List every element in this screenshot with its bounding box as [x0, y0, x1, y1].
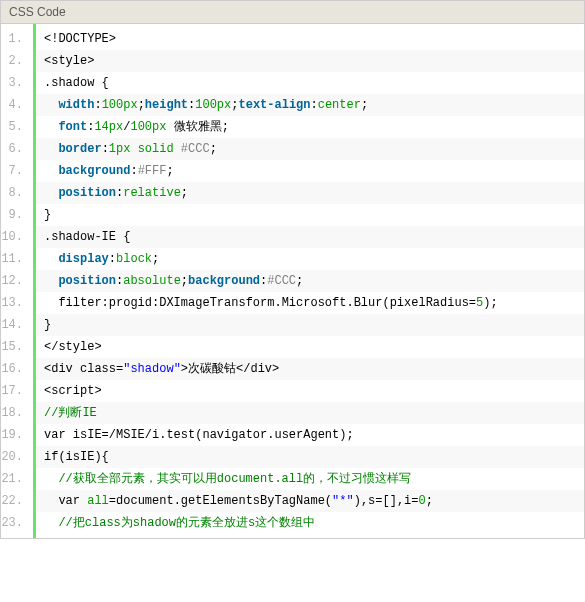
token-value: center [318, 98, 361, 112]
line-number: 7. [1, 160, 29, 182]
token-value: 100px [195, 98, 231, 112]
code-line: } [36, 314, 584, 336]
code-block: CSS Code 1.2.3.4.5.6.7.8.9.10.11.12.13.1… [0, 0, 585, 539]
token-plain: var isIE=/MSIE/i.test(navigator.userAgen… [44, 428, 354, 442]
line-number: 8. [1, 182, 29, 204]
token-plain [174, 142, 181, 156]
token-plain [44, 120, 58, 134]
token-plain: : [102, 142, 109, 156]
token-plain: ; [152, 252, 159, 266]
code-line: //获取全部元素，其实可以用document.all的，不过习惯这样写 [36, 468, 584, 490]
token-plain [44, 164, 58, 178]
token-plain: >次碳酸钴</div> [181, 362, 279, 376]
token-value: 0 [419, 494, 426, 508]
line-number: 19. [1, 424, 29, 446]
token-color1: #CCC [181, 142, 210, 156]
code-line: //判断IE [36, 402, 584, 424]
token-value: 100px [102, 98, 138, 112]
token-plain: 微软雅黑; [166, 120, 228, 134]
token-plain: : [311, 98, 318, 112]
token-string: "shadow" [123, 362, 181, 376]
line-number: 18. [1, 402, 29, 424]
token-value: relative [123, 186, 181, 200]
line-number: 4. [1, 94, 29, 116]
token-plain: <!DOCTYPE> [44, 32, 116, 46]
code-line: var all=document.getElementsByTagName("*… [36, 490, 584, 512]
token-plain: : [109, 252, 116, 266]
line-number: 10. [1, 226, 29, 248]
token-plain: ; [426, 494, 433, 508]
token-plain: ),s=[],i= [354, 494, 419, 508]
token-keyword: font [58, 120, 87, 134]
line-number: 14. [1, 314, 29, 336]
code-line: <!DOCTYPE> [36, 28, 584, 50]
token-plain [44, 98, 58, 112]
token-string: "*" [332, 494, 354, 508]
line-number: 20. [1, 446, 29, 468]
line-number: 15. [1, 336, 29, 358]
code-line: .shadow-IE { [36, 226, 584, 248]
token-plain: ; [361, 98, 368, 112]
token-plain: ; [138, 98, 145, 112]
token-keyword: background [58, 164, 130, 178]
token-keyword: border [58, 142, 101, 156]
line-number: 21. [1, 468, 29, 490]
token-plain: if(isIE){ [44, 450, 109, 464]
code-line: if(isIE){ [36, 446, 584, 468]
code-line: <div class="shadow">次碳酸钴</div> [36, 358, 584, 380]
line-number: 3. [1, 72, 29, 94]
code-header: CSS Code [1, 1, 584, 24]
code-line: display:block; [36, 248, 584, 270]
code-line: filter:progid:DXImageTransform.Microsoft… [36, 292, 584, 314]
code-line: font:14px/100px 微软雅黑; [36, 116, 584, 138]
line-number: 17. [1, 380, 29, 402]
token-value: absolute [123, 274, 181, 288]
token-plain: : [130, 164, 137, 178]
token-plain: filter:progid:DXImageTransform.Microsoft… [44, 296, 476, 310]
token-color1: #CCC [267, 274, 296, 288]
code-line: </style> [36, 336, 584, 358]
token-plain: ; [166, 164, 173, 178]
code-line: <script> [36, 380, 584, 402]
line-number: 1. [1, 28, 29, 50]
token-plain [44, 252, 58, 266]
token-value: block [116, 252, 152, 266]
token-plain: <script> [44, 384, 102, 398]
token-keyword: position [58, 274, 116, 288]
token-plain: } [44, 318, 51, 332]
token-plain [130, 142, 137, 156]
code-line: width:100px;height:100px;text-align:cent… [36, 94, 584, 116]
token-plain: =document.getElementsByTagName( [109, 494, 332, 508]
token-keyword: height [145, 98, 188, 112]
token-color1: #FFF [138, 164, 167, 178]
token-plain [44, 186, 58, 200]
line-number: 6. [1, 138, 29, 160]
token-plain [44, 274, 58, 288]
token-plain [44, 516, 58, 530]
token-plain: var [44, 494, 87, 508]
token-keyword: position [58, 186, 116, 200]
line-number: 5. [1, 116, 29, 138]
token-plain: } [44, 208, 51, 222]
code-line: var isIE=/MSIE/i.test(navigator.userAgen… [36, 424, 584, 446]
code-line: <style> [36, 50, 584, 72]
code-lines[interactable]: <!DOCTYPE><style>.shadow { width:100px;h… [36, 24, 584, 538]
code-line: border:1px solid #CCC; [36, 138, 584, 160]
line-number: 9. [1, 204, 29, 226]
token-keyword: width [58, 98, 94, 112]
line-number: 11. [1, 248, 29, 270]
token-plain: ); [483, 296, 497, 310]
code-line: } [36, 204, 584, 226]
token-value: 1px [109, 142, 131, 156]
code-line: position:absolute;background:#CCC; [36, 270, 584, 292]
code-line: position:relative; [36, 182, 584, 204]
token-value: all [87, 494, 109, 508]
token-plain: .shadow { [44, 76, 109, 90]
token-plain [44, 142, 58, 156]
token-plain: ; [181, 274, 188, 288]
token-plain: </style> [44, 340, 102, 354]
token-value: 100px [130, 120, 166, 134]
token-plain: <style> [44, 54, 94, 68]
token-keyword: text-align [238, 98, 310, 112]
token-plain: ; [181, 186, 188, 200]
